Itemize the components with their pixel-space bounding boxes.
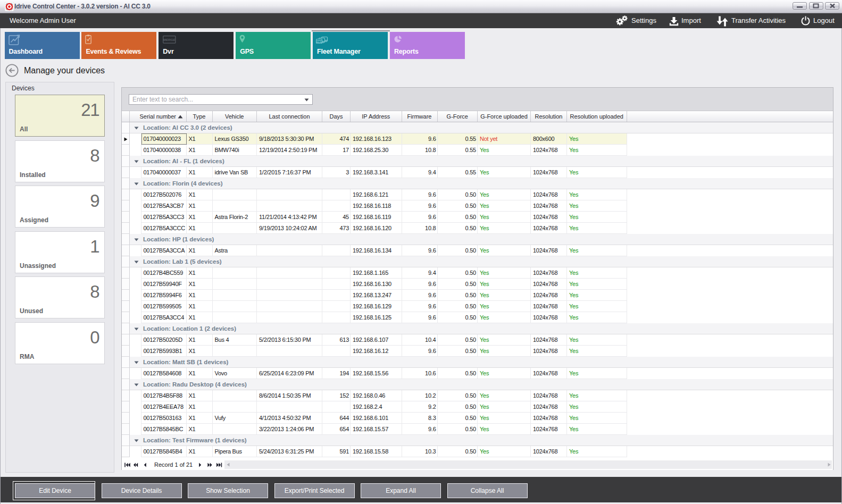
svg-text:MERGE: MERGE bbox=[163, 38, 176, 41]
